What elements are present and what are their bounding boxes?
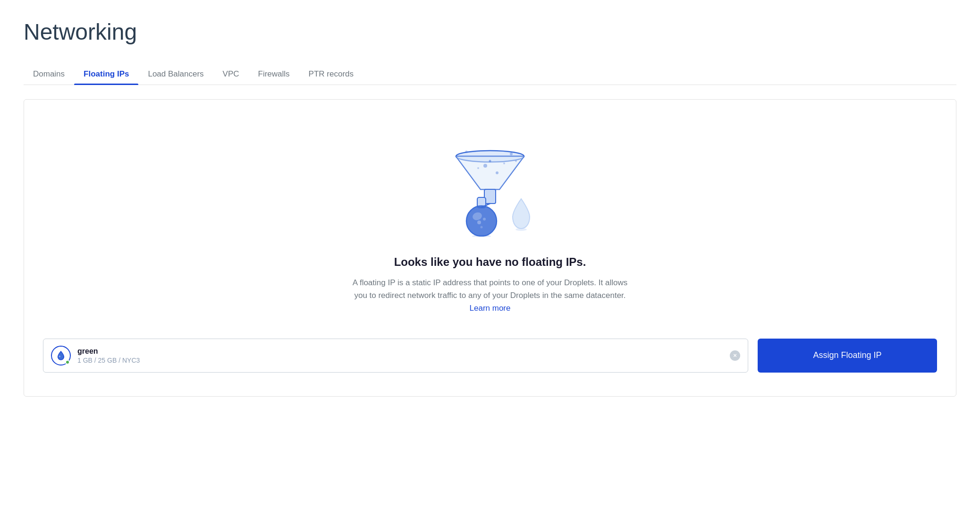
empty-state-illustration — [443, 128, 537, 237]
illustration — [43, 128, 937, 237]
droplet-avatar — [51, 346, 71, 366]
droplet-selector[interactable]: green 1 GB / 25 GB / NYC3 × — [43, 339, 748, 373]
svg-point-18 — [483, 218, 486, 221]
tabs-container: Domains Floating IPs Load Balancers VPC … — [24, 64, 956, 85]
tab-floating-ips[interactable]: Floating IPs — [74, 64, 138, 85]
page-container: Networking Domains Floating IPs Load Bal… — [0, 0, 980, 527]
tab-load-balancers[interactable]: Load Balancers — [138, 64, 213, 85]
empty-description: A floating IP is a static IP address tha… — [348, 276, 632, 315]
tab-firewalls[interactable]: Firewalls — [249, 64, 299, 85]
droplet-details: 1 GB / 25 GB / NYC3 — [77, 357, 723, 364]
svg-point-9 — [477, 167, 479, 169]
page-title: Networking — [24, 19, 956, 45]
droplet-name: green — [77, 347, 723, 356]
svg-point-10 — [510, 153, 513, 155]
svg-point-6 — [496, 171, 498, 174]
content-card: Looks like you have no floating IPs. A f… — [24, 99, 956, 397]
svg-point-5 — [483, 164, 487, 168]
svg-point-19 — [481, 226, 483, 229]
bottom-row: green 1 GB / 25 GB / NYC3 × Assign Float… — [43, 339, 937, 373]
droplet-clear-button[interactable]: × — [730, 350, 740, 361]
droplet-info: green 1 GB / 25 GB / NYC3 — [77, 347, 723, 364]
empty-heading: Looks like you have no floating IPs. — [43, 255, 937, 269]
svg-point-7 — [489, 160, 491, 162]
svg-point-23 — [59, 356, 60, 357]
svg-point-17 — [477, 221, 481, 224]
svg-point-22 — [515, 228, 527, 231]
svg-point-8 — [503, 162, 505, 164]
tab-domains[interactable]: Domains — [24, 64, 74, 85]
tab-vpc[interactable]: VPC — [213, 64, 249, 85]
tab-ptr-records[interactable]: PTR records — [299, 64, 363, 85]
droplet-icon — [56, 350, 66, 361]
droplet-status-dot — [65, 360, 70, 365]
svg-point-12 — [465, 151, 468, 153]
assign-floating-ip-button[interactable]: Assign Floating IP — [758, 339, 937, 373]
svg-point-11 — [515, 160, 517, 162]
learn-more-link[interactable]: Learn more — [470, 304, 511, 313]
